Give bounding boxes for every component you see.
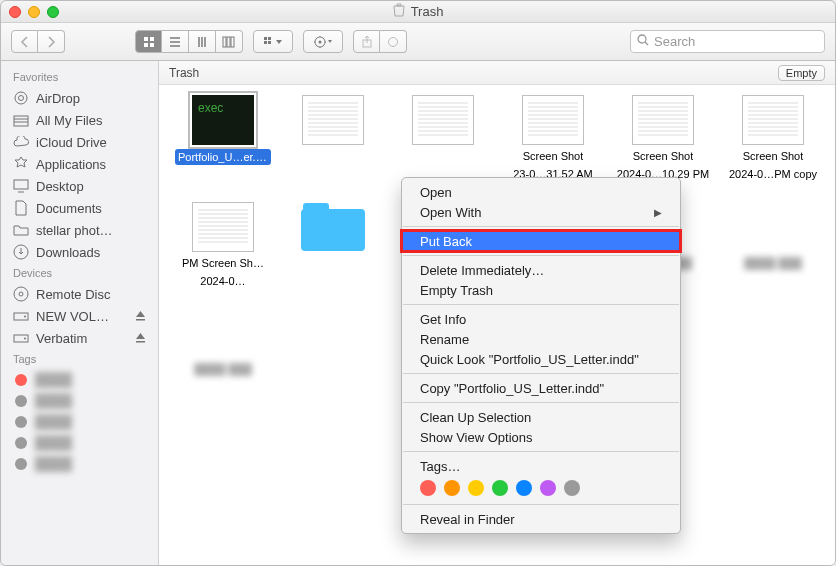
icloud-icon: [13, 134, 29, 150]
drive-icon: [13, 330, 29, 346]
sidebar-heading: Devices: [1, 263, 158, 283]
sidebar-item[interactable]: Documents: [1, 197, 158, 219]
file-thumbnail: [632, 95, 694, 145]
context-menu: OpenOpen With▶Put BackDelete Immediately…: [401, 177, 681, 534]
arrange-buttons: [253, 30, 293, 53]
sidebar-tag[interactable]: ████: [1, 411, 158, 432]
context-menu-item[interactable]: Reveal in Finder: [402, 509, 680, 529]
context-menu-item[interactable]: Empty Trash: [402, 280, 680, 300]
sidebar-heading: Favorites: [1, 67, 158, 87]
context-menu-item[interactable]: Get Info: [402, 309, 680, 329]
context-menu-item[interactable]: Copy "Portfolio_US_Letter.indd": [402, 378, 680, 398]
tag-color-dot[interactable]: [468, 480, 484, 496]
list-view-button[interactable]: [162, 30, 189, 53]
file-item[interactable]: PM Screen Sh…2024-0…: [175, 202, 271, 289]
menu-item-label: Empty Trash: [420, 283, 493, 298]
sidebar-item-label: stellar phot…: [36, 223, 113, 238]
menu-item-label: Quick Look "Portfolio_US_Letter.indd": [420, 352, 639, 367]
context-menu-item[interactable]: Show View Options: [402, 427, 680, 447]
sidebar-item-label: Desktop: [36, 179, 84, 194]
arrange-button[interactable]: [253, 30, 293, 53]
sidebar-item[interactable]: Applications: [1, 153, 158, 175]
eject-icon[interactable]: [135, 331, 146, 346]
tags-button[interactable]: [380, 30, 407, 53]
submenu-arrow-icon: ▶: [654, 207, 662, 218]
context-menu-item[interactable]: Clean Up Selection: [402, 407, 680, 427]
file-item[interactable]: ████ ███: [725, 202, 821, 289]
sidebar-item[interactable]: Desktop: [1, 175, 158, 197]
context-menu-item[interactable]: Quick Look "Portfolio_US_Letter.indd": [402, 349, 680, 369]
file-item[interactable]: Screen Shot2024-0…10.29 PM: [615, 95, 711, 182]
file-thumbnail: [742, 202, 804, 252]
sidebar-tag[interactable]: ████: [1, 453, 158, 474]
svg-point-21: [14, 287, 28, 301]
close-window-button[interactable]: [9, 6, 21, 18]
svg-point-22: [19, 292, 23, 296]
tag-color-dot[interactable]: [444, 480, 460, 496]
menu-item-label: Open With: [420, 205, 481, 220]
sidebar-tag[interactable]: ████: [1, 390, 158, 411]
tag-label: ████: [35, 456, 72, 471]
sidebar-item[interactable]: stellar phot…: [1, 219, 158, 241]
context-menu-item[interactable]: Open With▶: [402, 202, 680, 222]
location-bar: Trash Empty: [159, 61, 835, 85]
eject-icon[interactable]: [135, 309, 146, 324]
tag-color-dot[interactable]: [540, 480, 556, 496]
file-item[interactable]: Screen Shot2024-0…PM copy: [725, 95, 821, 182]
trash-icon: [393, 3, 405, 20]
sidebar-tag[interactable]: ████: [1, 432, 158, 453]
file-item[interactable]: ████ ███: [175, 308, 271, 376]
search-icon: [637, 34, 649, 49]
location-label: Trash: [169, 66, 199, 80]
zoom-window-button[interactable]: [47, 6, 59, 18]
sidebar-item[interactable]: NEW VOL…: [1, 305, 158, 327]
forward-button[interactable]: [38, 30, 65, 53]
svg-rect-6: [231, 37, 234, 47]
context-menu-item[interactable]: Open: [402, 182, 680, 202]
tag-color-dot[interactable]: [564, 480, 580, 496]
svg-rect-7: [264, 37, 267, 40]
menu-item-label: Put Back: [420, 234, 472, 249]
folder-icon: [301, 202, 365, 252]
search-field[interactable]: Search: [630, 30, 825, 53]
tag-label: ████: [35, 414, 72, 429]
context-menu-item[interactable]: Delete Immediately…: [402, 260, 680, 280]
menu-separator: [403, 504, 679, 505]
tag-color-dot[interactable]: [420, 480, 436, 496]
tag-label: ████: [35, 372, 72, 387]
share-button[interactable]: [353, 30, 380, 53]
svg-rect-4: [223, 37, 226, 47]
gallery-view-button[interactable]: [216, 30, 243, 53]
svg-rect-2: [144, 43, 148, 47]
context-menu-item[interactable]: Put Back: [402, 231, 680, 251]
file-item[interactable]: execPortfolio_U…er.indd: [175, 95, 271, 182]
empty-trash-button[interactable]: Empty: [778, 65, 825, 81]
column-view-button[interactable]: [189, 30, 216, 53]
sidebar-item[interactable]: All My Files: [1, 109, 158, 131]
minimize-window-button[interactable]: [28, 6, 40, 18]
tag-color-dot[interactable]: [492, 480, 508, 496]
sidebar-item-label: Documents: [36, 201, 102, 216]
context-menu-item[interactable]: Rename: [402, 329, 680, 349]
action-menu-button[interactable]: [303, 30, 343, 53]
sidebar-tag[interactable]: ████: [1, 369, 158, 390]
window-title: Trash: [411, 4, 444, 19]
svg-rect-3: [150, 43, 154, 47]
svg-rect-8: [268, 37, 271, 40]
file-item[interactable]: Screen Shot23-0…31.52 AM: [505, 95, 601, 182]
file-item[interactable]: [285, 95, 381, 182]
back-button[interactable]: [11, 30, 38, 53]
sidebar-item[interactable]: Remote Disc: [1, 283, 158, 305]
sidebar-item[interactable]: Downloads: [1, 241, 158, 263]
file-item[interactable]: [395, 95, 491, 182]
icon-view-button[interactable]: [135, 30, 162, 53]
sidebar-item[interactable]: Verbatim: [1, 327, 158, 349]
svg-rect-1: [150, 37, 154, 41]
sidebar-item[interactable]: iCloud Drive: [1, 131, 158, 153]
tag-color-dot[interactable]: [516, 480, 532, 496]
svg-point-12: [319, 40, 322, 43]
context-menu-item[interactable]: Tags…: [402, 456, 680, 476]
sidebar-item[interactable]: AirDrop: [1, 87, 158, 109]
file-item[interactable]: [285, 202, 381, 289]
disc-icon: [13, 286, 29, 302]
